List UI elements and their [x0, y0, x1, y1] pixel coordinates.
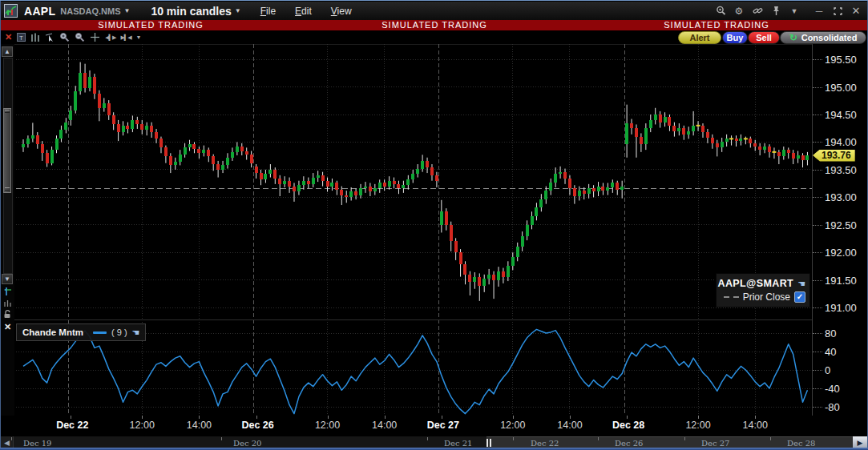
drag-hand-icon[interactable]: ☚ [797, 279, 805, 287]
search-icon[interactable] [715, 6, 726, 17]
time-tick-mark [442, 416, 442, 419]
close-toolbar-icon[interactable]: ✕ [5, 32, 12, 42]
vertical-scrollbar-thumb[interactable] [3, 108, 11, 193]
close-window-icon[interactable]: ✕ [850, 6, 862, 17]
consolidated-button[interactable]: ↻Consolidated [780, 31, 866, 44]
prior-close-checkbox[interactable]: ✓ [794, 291, 805, 303]
axis-tick [813, 407, 822, 408]
zoom-in-icon[interactable] [59, 32, 70, 42]
menu-file[interactable]: File [260, 6, 276, 17]
time-axis[interactable]: Dec 2212:0014:00Dec 2612:0014:00Dec 2712… [0, 416, 868, 436]
candle-body [640, 137, 643, 145]
symbol-dropdown-icon[interactable]: ▼ [123, 7, 130, 14]
titlebar-dropdown-icon[interactable]: ▼ [789, 6, 800, 17]
minimize-icon[interactable]: ─ [813, 6, 825, 17]
candle-body [516, 247, 519, 256]
candle-body [107, 103, 111, 115]
candle-body [544, 191, 547, 199]
axis-tick-label: 40 [825, 346, 836, 358]
time-tick-mark [256, 416, 257, 419]
zoom-out-icon[interactable] [75, 32, 85, 42]
time-tick-mark [328, 416, 329, 419]
scrollbar-thumb-handle[interactable] [486, 439, 491, 447]
scrollbar-date-label: Dec 21 [444, 439, 472, 448]
bars-panel-icon[interactable] [2, 299, 13, 308]
candle-body [459, 252, 462, 264]
drag-hand-icon[interactable]: ☚ [132, 328, 140, 336]
scroll-down-button[interactable]: ▼ [2, 274, 13, 284]
candle-body [578, 191, 581, 196]
candle-body [245, 151, 248, 155]
candle-body [41, 144, 44, 153]
gear-icon[interactable]: ⚙ [733, 6, 745, 17]
drawing-tool-icon[interactable] [2, 287, 13, 296]
candle-body [611, 183, 614, 187]
sell-button[interactable]: Sell [748, 31, 780, 44]
candle-body [221, 165, 224, 170]
price-chart-canvas[interactable] [14, 44, 812, 319]
interval-dropdown-icon[interactable]: ▼ [235, 7, 241, 14]
widen-bars-icon[interactable]: ◀▍▶ [105, 32, 115, 42]
scrollbar-date-label: Dec 27 [701, 439, 729, 448]
candle-body [787, 150, 790, 153]
time-tick-mark [385, 416, 386, 419]
menu-view[interactable]: View [331, 6, 352, 17]
candle-body [383, 183, 386, 186]
buy-button[interactable]: Buy [722, 31, 748, 44]
time-tick-mark [627, 416, 628, 419]
axis-tick [813, 333, 822, 334]
alert-button[interactable]: Alert [678, 31, 721, 44]
candle-body [539, 199, 543, 207]
crosshair-icon[interactable] [90, 32, 100, 42]
candle-body [388, 181, 391, 187]
candle-body [69, 110, 72, 120]
momentum-axis[interactable]: 80400-40-80 [813, 319, 868, 416]
candle-body [454, 241, 458, 252]
link-icon[interactable] [752, 6, 763, 17]
price-axis[interactable]: 195.50195.00194.50194.00193.50193.00192.… [813, 44, 868, 319]
indicator-param[interactable]: ( 9 ) [111, 327, 127, 337]
indicator-name[interactable]: Chande Mntm [22, 327, 83, 337]
prior-close-label: Prior Close [743, 291, 790, 303]
candle-body [587, 188, 591, 194]
chart-type-icon[interactable] [30, 32, 40, 42]
candle-body [207, 150, 210, 156]
axis-tick [813, 225, 822, 226]
candle-body [164, 147, 168, 156]
candle-body [531, 216, 534, 225]
legend-title[interactable]: AAPL@SMART [717, 278, 793, 289]
time-tick-mark [71, 416, 71, 419]
candle-body [349, 191, 353, 197]
banner-text: SIMULATED TRADING [83, 20, 219, 30]
time-tick-label: 14:00 [557, 420, 582, 431]
candle-body [150, 126, 153, 132]
candle-body [212, 156, 215, 164]
scroll-up-button[interactable]: ▲ [2, 46, 13, 57]
narrow-bars-icon[interactable]: ▶▍◀ [120, 32, 131, 42]
candle-body [103, 103, 106, 108]
restore-icon[interactable] [832, 6, 843, 17]
candle-body [554, 174, 557, 183]
unlock-icon[interactable] [2, 309, 13, 319]
exchange-label[interactable]: NASDAQ.NMS [60, 6, 120, 16]
candle-body [135, 120, 139, 125]
close-indicator-icon[interactable]: ✕ [2, 322, 13, 331]
scrollbar-tick [11, 437, 12, 440]
candle-body [682, 128, 685, 135]
toolbar-more-dropdown-icon[interactable]: ▼ [136, 32, 142, 42]
panel-separator[interactable] [14, 319, 812, 320]
menu-edit[interactable]: Edit [295, 6, 312, 17]
pin-icon[interactable] [770, 6, 781, 17]
symbol-label[interactable]: AAPL [24, 5, 55, 18]
axis-tick [813, 388, 822, 389]
pointer-tool-icon[interactable] [45, 32, 55, 42]
axis-tick [813, 87, 822, 88]
time-tick-label: Dec 22 [56, 420, 88, 431]
axis-tick-label: 193.00 [825, 191, 857, 203]
text-annotation-icon[interactable]: T [17, 32, 26, 42]
candle-doji [772, 151, 776, 153]
candle-body [345, 195, 348, 198]
scrollbar-date-label: Dec 19 [23, 439, 51, 448]
interval-selector[interactable]: 10 min candles [151, 5, 231, 18]
candle-body [64, 123, 67, 131]
